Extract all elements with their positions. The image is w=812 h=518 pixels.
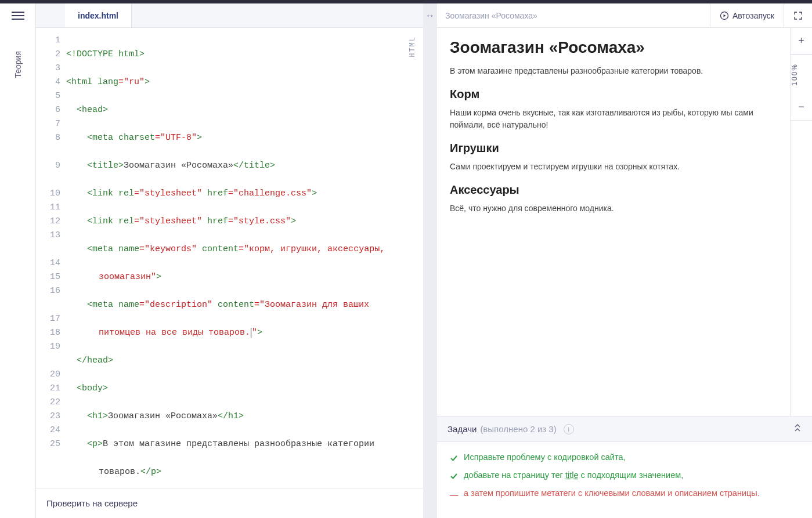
- tabs-row: index.html: [36, 3, 423, 28]
- preview-h2-1: Корм: [450, 88, 777, 101]
- autorun-button[interactable]: Автозапуск: [710, 3, 784, 27]
- zoom-rail: + 100% −: [790, 28, 812, 416]
- dash-icon: —: [450, 490, 458, 499]
- language-label: HTML: [407, 36, 418, 57]
- collapse-icon[interactable]: [793, 424, 802, 434]
- code-content[interactable]: <!DOCTYPE html> <html lang="ru"> <head> …: [65, 28, 423, 488]
- preview-body: Зоомагазин «Росомаха» В этом магазине пр…: [437, 28, 812, 416]
- tasks-title: Задачи: [447, 424, 477, 434]
- check-server-button[interactable]: Проверить на сервере: [46, 498, 138, 508]
- tasks-panel: Задачи (выполнено 2 из 3) i Исправьте пр…: [437, 416, 812, 518]
- pane-divider[interactable]: ↔: [423, 3, 437, 518]
- code-editor[interactable]: HTML 12345678910111213141516171819202122…: [36, 28, 423, 488]
- autorun-label: Автозапуск: [732, 11, 774, 20]
- tasks-progress: (выполнено 2 из 3): [480, 424, 556, 434]
- task-item-2: добавьте на страницу тег title с подходя…: [450, 470, 799, 480]
- tasks-header[interactable]: Задачи (выполнено 2 из 3) i: [437, 416, 812, 442]
- preview-p4: Всё, что нужно для современного модника.: [450, 202, 777, 215]
- tasks-list: Исправьте проблему с кодировкой сайта, д…: [437, 442, 812, 518]
- fullscreen-button[interactable]: [784, 3, 812, 27]
- zoom-out-button[interactable]: −: [791, 94, 812, 121]
- info-icon[interactable]: i: [564, 424, 574, 434]
- preview-p3: Сами проектируем и тестируем игрушки на …: [450, 161, 777, 173]
- editor-footer: Проверить на сервере: [36, 488, 423, 518]
- file-tab[interactable]: index.html: [65, 3, 132, 27]
- resize-icon: ↔: [425, 10, 435, 21]
- left-rail: Теория: [0, 3, 36, 518]
- zoom-in-button[interactable]: +: [791, 28, 812, 55]
- main-layout: Теория index.html HTML 12345678910111213…: [0, 3, 812, 518]
- play-circle-icon: [720, 11, 729, 20]
- line-gutter: 1234567891011121314151617181920212223242…: [36, 28, 65, 488]
- menu-icon[interactable]: [12, 9, 24, 22]
- check-icon: [450, 472, 458, 480]
- preview-p1: В этом магазине представлены разнообразн…: [450, 65, 777, 77]
- task-item-3: — а затем пропишите метатеги с ключевыми…: [450, 488, 799, 499]
- preview-h2-3: Аксессуары: [450, 183, 777, 197]
- preview-column: Зоомагазин «Росомаха» Автозапуск Зоомага…: [437, 3, 812, 518]
- theory-tab-label[interactable]: Теория: [13, 51, 23, 78]
- zoom-percent: 100%: [791, 55, 812, 94]
- task-item-1: Исправьте проблему с кодировкой сайта,: [450, 452, 799, 462]
- preview-header: Зоомагазин «Росомаха» Автозапуск: [437, 3, 812, 28]
- check-icon: [450, 454, 458, 462]
- editor-column: index.html HTML 123456789101112131415161…: [36, 3, 423, 518]
- expand-icon: [793, 11, 803, 20]
- preview-content: Зоомагазин «Росомаха» В этом магазине пр…: [437, 28, 790, 416]
- preview-p2: Наши корма очень вкусные, так как изгота…: [450, 107, 777, 131]
- preview-h1: Зоомагазин «Росомаха»: [450, 38, 777, 57]
- text-cursor: [251, 328, 251, 338]
- preview-h2-2: Игрушки: [450, 142, 777, 155]
- preview-title-bar: Зоомагазин «Росомаха»: [437, 11, 710, 20]
